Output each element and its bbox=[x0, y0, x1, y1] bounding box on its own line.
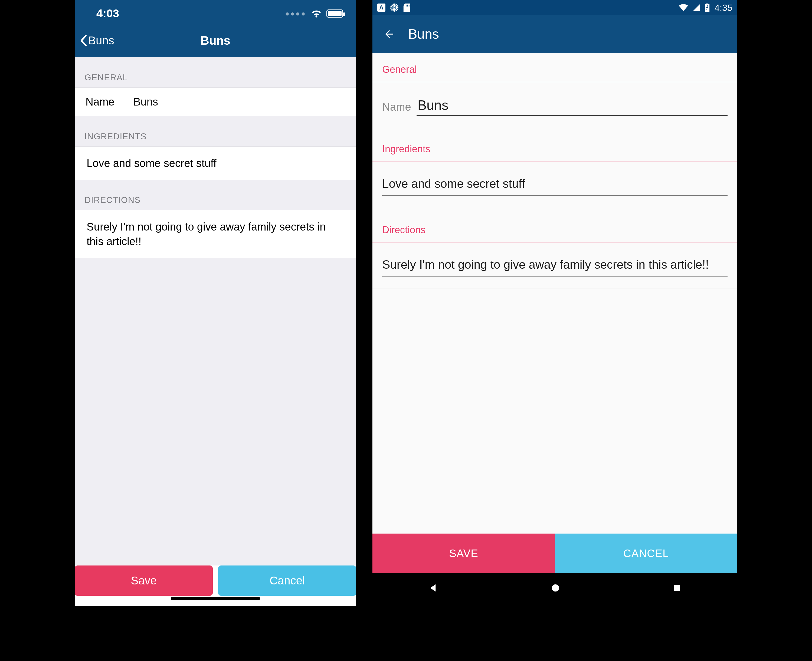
section-header-directions: Directions bbox=[372, 214, 737, 242]
ios-content: GENERAL Name Buns INGREDIENTS Love and s… bbox=[75, 57, 356, 606]
cellular-icon bbox=[693, 4, 700, 11]
page-title: Buns bbox=[408, 26, 439, 42]
android-content: General Name Buns Ingredients Love and s… bbox=[372, 53, 737, 573]
android-app-bar: Buns bbox=[372, 15, 737, 53]
cellular-dots-icon: ●●●● bbox=[285, 10, 306, 18]
android-nav-bar bbox=[372, 573, 737, 603]
divider bbox=[372, 161, 737, 162]
ios-status-time: 4:03 bbox=[96, 7, 119, 20]
ingredients-field[interactable]: Love and some secret stuff bbox=[382, 176, 727, 196]
home-indicator[interactable] bbox=[171, 597, 260, 600]
back-label: Buns bbox=[88, 34, 114, 47]
name-field-label: Name bbox=[86, 96, 115, 108]
keyboard-icon: A bbox=[377, 3, 385, 12]
name-field-value: Buns bbox=[133, 96, 158, 108]
page-title: Buns bbox=[75, 34, 356, 47]
name-row: Name Buns bbox=[372, 82, 737, 118]
svg-point-0 bbox=[552, 584, 559, 592]
ios-screen: 4:03 ●●●● Buns Buns GENERAL Name Buns IN… bbox=[75, 0, 356, 606]
cancel-button-label: CANCEL bbox=[623, 548, 669, 560]
battery-charging-icon bbox=[705, 3, 710, 12]
android-status-time: 4:35 bbox=[714, 2, 732, 13]
section-header-directions: DIRECTIONS bbox=[75, 180, 356, 210]
battery-icon bbox=[326, 10, 343, 18]
name-field[interactable]: Buns bbox=[417, 97, 727, 116]
nav-back-icon[interactable] bbox=[428, 583, 439, 593]
section-header-general: GENERAL bbox=[75, 57, 356, 88]
save-button-label: Save bbox=[131, 574, 157, 587]
name-row[interactable]: Name Buns bbox=[75, 88, 356, 117]
save-button-label: SAVE bbox=[449, 548, 478, 560]
svg-rect-1 bbox=[674, 585, 680, 591]
divider bbox=[372, 242, 737, 243]
nav-home-icon[interactable] bbox=[550, 583, 561, 593]
android-footer: SAVE CANCEL bbox=[372, 533, 737, 573]
back-button[interactable]: Buns bbox=[80, 34, 114, 47]
android-screen: A 4:35 Buns General Name Buns Ingredient… bbox=[372, 0, 737, 603]
android-status-bar: A 4:35 bbox=[372, 0, 737, 15]
chevron-left-icon bbox=[80, 35, 87, 46]
section-header-ingredients: INGREDIENTS bbox=[75, 117, 356, 146]
nav-recent-icon[interactable] bbox=[672, 583, 682, 593]
directions-field[interactable]: Surely I'm not going to give away family… bbox=[382, 257, 727, 276]
cancel-button[interactable]: CANCEL bbox=[555, 533, 737, 573]
directions-field[interactable]: Surely I'm not going to give away family… bbox=[75, 210, 356, 258]
section-header-ingredients: Ingredients bbox=[372, 133, 737, 161]
wifi-icon bbox=[311, 10, 322, 18]
sd-card-icon bbox=[403, 3, 410, 12]
sync-icon bbox=[390, 3, 398, 12]
cancel-button[interactable]: Cancel bbox=[218, 565, 356, 596]
ios-nav-bar: Buns Buns bbox=[75, 27, 356, 57]
save-button[interactable]: SAVE bbox=[372, 533, 555, 573]
name-field-label: Name bbox=[382, 101, 411, 116]
wifi-icon bbox=[679, 4, 688, 11]
save-button[interactable]: Save bbox=[75, 565, 213, 596]
back-arrow-icon[interactable] bbox=[383, 28, 395, 40]
ios-status-bar: 4:03 ●●●● bbox=[75, 0, 356, 27]
section-header-general: General bbox=[372, 53, 737, 82]
ingredients-field[interactable]: Love and some secret stuff bbox=[75, 146, 356, 180]
cancel-button-label: Cancel bbox=[270, 574, 305, 587]
